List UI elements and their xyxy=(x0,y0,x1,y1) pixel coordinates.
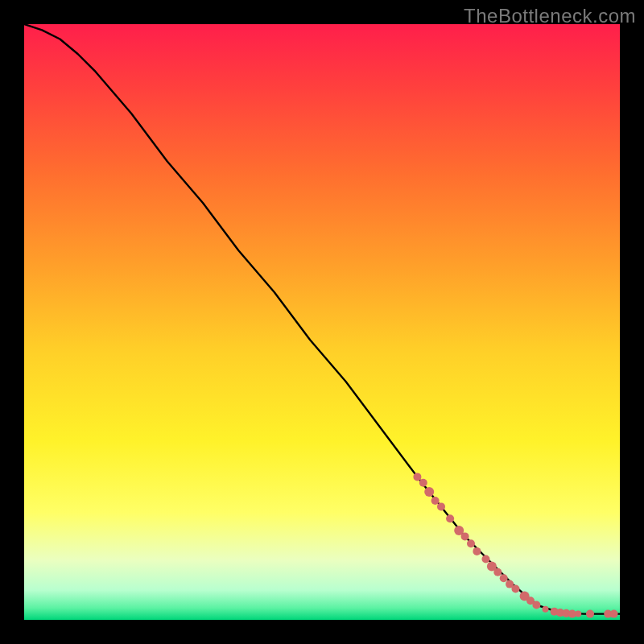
data-point xyxy=(461,532,469,540)
data-point xyxy=(532,601,540,609)
data-point xyxy=(446,514,454,522)
data-point xyxy=(493,568,502,576)
chart-container: TheBottleneck.com xyxy=(0,0,644,644)
data-point xyxy=(431,497,440,505)
data-point xyxy=(543,606,549,613)
data-point xyxy=(437,502,445,510)
chart-svg xyxy=(24,24,620,620)
data-point xyxy=(512,585,520,593)
data-point xyxy=(610,610,618,618)
data-point xyxy=(467,539,475,547)
gradient-background xyxy=(24,24,620,620)
data-point xyxy=(473,547,481,555)
data-point xyxy=(419,479,427,487)
data-point xyxy=(424,487,434,497)
data-point xyxy=(482,555,490,564)
data-point xyxy=(500,574,508,582)
data-point xyxy=(413,473,421,481)
plot-area xyxy=(24,24,620,620)
data-point xyxy=(575,611,581,617)
data-point xyxy=(586,610,594,618)
